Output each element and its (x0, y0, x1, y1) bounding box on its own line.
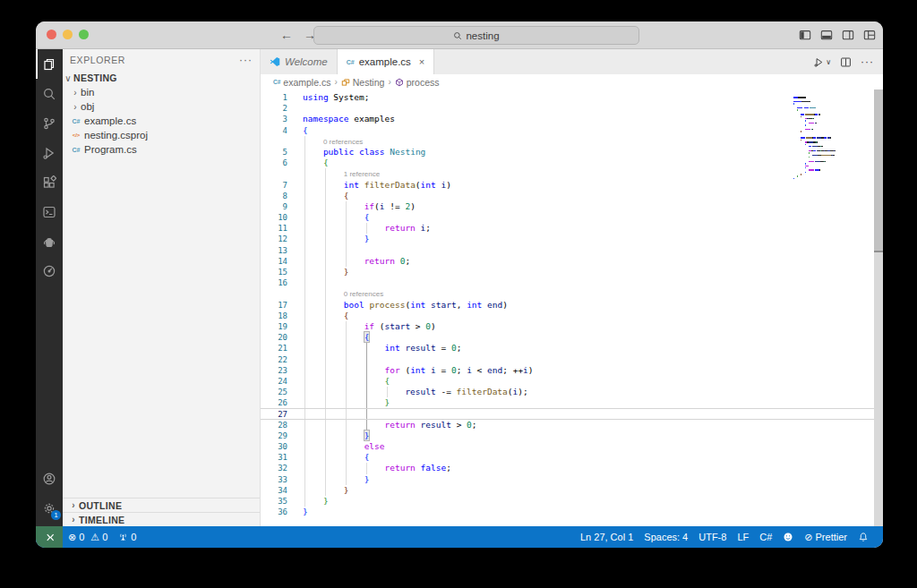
back-icon[interactable]: ← (280, 28, 293, 42)
customize-layout-icon[interactable] (863, 29, 876, 41)
line-number: 25 (261, 387, 287, 397)
line-number: 5 (261, 147, 287, 158)
indent-guide (325, 430, 326, 441)
code-line-6[interactable]: 6{ (261, 158, 883, 168)
code-line-8[interactable]: 8{ (261, 191, 883, 201)
explorer-more-actions-icon[interactable]: ··· (239, 54, 253, 66)
remote-indicator[interactable] (36, 526, 63, 548)
toggle-panel-bottom-icon[interactable] (820, 29, 833, 41)
code-line-13[interactable]: 13 (261, 245, 883, 256)
code-line-27[interactable]: 27 (261, 408, 883, 419)
code-line-4[interactable]: 4{ (261, 125, 883, 136)
code-line-25[interactable]: 25result -= filterData(i); (261, 387, 883, 397)
toggle-sidebar-left-icon[interactable] (799, 29, 811, 41)
code-line-24[interactable]: 24{ (261, 376, 883, 387)
code-text: bool process(int start, int end) (344, 300, 508, 311)
code-line-19[interactable]: 19if (start > 0) (261, 321, 883, 332)
explorer-icon[interactable] (36, 49, 63, 79)
panel-timeline[interactable]: ›TIMELINE (63, 512, 260, 526)
code-line-28[interactable]: 28return result > 0; (261, 420, 883, 430)
tree-item-example-cs[interactable]: C#example.cs (63, 114, 260, 128)
minimap-line (793, 158, 835, 160)
more-actions-icon[interactable]: ··· (861, 55, 874, 68)
code-text: } (344, 485, 349, 496)
minimize-window-button[interactable] (63, 30, 73, 39)
tree-item-Program-cs[interactable]: C#Program.cs (63, 142, 260, 157)
encoding-setting[interactable]: UTF-8 (693, 532, 732, 542)
toggle-sidebar-right-icon[interactable] (842, 29, 854, 41)
indent-guide (304, 463, 305, 473)
extensions-icon[interactable] (36, 167, 63, 197)
feedback-button[interactable] (777, 532, 799, 542)
close-tab-icon[interactable]: × (419, 56, 424, 67)
code-line-22[interactable]: 22 (261, 354, 883, 365)
cursor-position[interactable]: Ln 27, Col 1 (575, 532, 638, 542)
indent-guide (325, 311, 326, 321)
tree-item-bin[interactable]: ›bin (63, 85, 260, 99)
code-line-15[interactable]: 15} (261, 267, 883, 277)
code-line-14[interactable]: 14return 0; (261, 256, 883, 267)
tab-welcome[interactable]: Welcome (261, 49, 338, 74)
line-number: 14 (261, 256, 287, 267)
run-debug-icon[interactable] (36, 138, 63, 167)
code-line-3[interactable]: 3namespace examples (261, 114, 883, 124)
close-window-button[interactable] (47, 30, 56, 39)
search-icon[interactable] (36, 79, 63, 108)
vertical-scrollbar[interactable] (874, 89, 883, 526)
language-mode[interactable]: C# (754, 532, 777, 542)
code-line-5[interactable]: 5public class Nesting (261, 147, 883, 158)
code-line-7[interactable]: 7int filterData(int i) (261, 180, 883, 191)
code-line-36[interactable]: 36} (261, 507, 883, 517)
minimap[interactable] (793, 97, 835, 180)
zoom-window-button[interactable] (79, 30, 89, 39)
problems-indicator[interactable]: ⊗ 0 ⚠ 0 (63, 526, 113, 548)
tree-item-obj[interactable]: ›obj (63, 99, 260, 114)
gauge-icon[interactable] (36, 256, 63, 285)
code-line-21[interactable]: 21int result = 0; (261, 343, 883, 354)
code-line-26[interactable]: 26} (261, 397, 883, 408)
breadcrumb-item-nesting[interactable]: Nesting (341, 77, 385, 88)
active-indent-guide (366, 365, 367, 376)
code-line-10[interactable]: 10{ (261, 212, 883, 223)
code-line-16[interactable]: 16 (261, 277, 883, 288)
minimap-line (793, 166, 835, 167)
code-line-12[interactable]: 12} (261, 234, 883, 244)
account-icon[interactable] (36, 464, 63, 493)
source-control-icon[interactable] (36, 108, 63, 138)
code-line-23[interactable]: 23for (int i = 0; i < end; ++i) (261, 365, 883, 376)
code-line-29[interactable]: 29} (261, 430, 883, 441)
teapot-icon[interactable] (36, 226, 63, 256)
code-editor[interactable]: 1using System;23namespace examples4{0 re… (261, 89, 883, 526)
code-line-2[interactable]: 2 (261, 103, 883, 114)
tab-example-cs[interactable]: C#example.cs× (338, 49, 435, 74)
terminal-icon[interactable] (36, 197, 63, 226)
ports-indicator[interactable]: 0 (113, 526, 141, 548)
code-line-20[interactable]: 20{ (261, 332, 883, 343)
breadcrumb-item-example-cs[interactable]: C#example.cs (273, 77, 330, 88)
code-line-33[interactable]: 33} (261, 474, 883, 485)
eol-setting[interactable]: LF (732, 532, 754, 542)
code-line-1[interactable]: 1using System; (261, 92, 883, 103)
code-line-34[interactable]: 34} (261, 485, 883, 496)
code-line-31[interactable]: 31{ (261, 452, 883, 463)
settings-icon[interactable]: 1 (36, 493, 63, 523)
code-line-30[interactable]: 30else (261, 441, 883, 452)
command-center-search[interactable]: nesting (313, 26, 639, 45)
code-line-35[interactable]: 35} (261, 496, 883, 507)
indentation-setting[interactable]: Spaces: 4 (638, 532, 693, 542)
code-line-32[interactable]: 32return false; (261, 463, 883, 473)
run-or-debug-button[interactable]: ∨ (813, 56, 831, 68)
scrollbar-thumb[interactable] (874, 89, 883, 252)
tree-item-nesting-csproj[interactable]: </>nesting.csproj (63, 128, 260, 142)
panel-outline[interactable]: ›OUTLINE (63, 498, 260, 512)
formatter-status[interactable]: ⊘ Prettier (799, 532, 853, 543)
code-line-17[interactable]: 17bool process(int start, int end) (261, 300, 883, 311)
code-line-18[interactable]: 18{ (261, 311, 883, 321)
split-editor-button[interactable] (840, 56, 852, 68)
tree-section-nesting[interactable]: ∨ NESTING (63, 71, 260, 85)
code-line-9[interactable]: 9if(i != 2) (261, 201, 883, 212)
breadcrumb-item-process[interactable]: process (395, 77, 440, 88)
notifications-button[interactable] (853, 532, 874, 542)
code-line-11[interactable]: 11return i; (261, 223, 883, 234)
code-text: return result > 0; (385, 420, 477, 430)
